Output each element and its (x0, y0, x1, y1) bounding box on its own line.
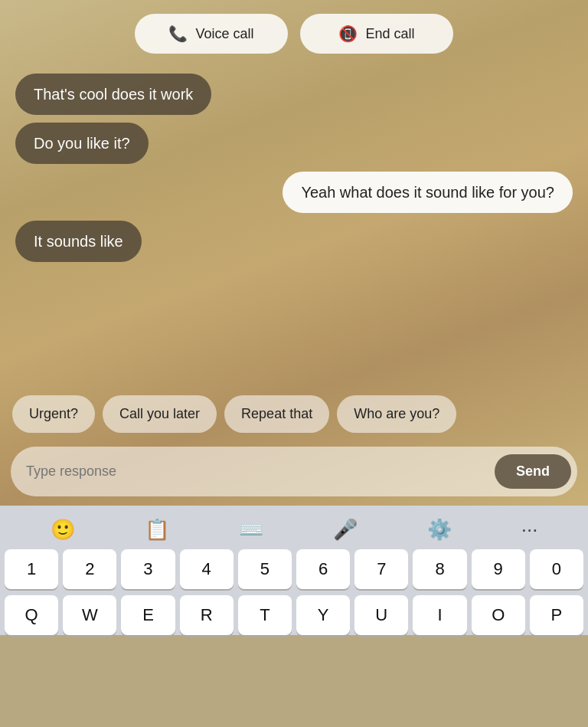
message-text-2: Do you like it? (34, 135, 130, 152)
quick-reply-call-later-label: Call you later (119, 406, 200, 421)
send-button[interactable]: Send (495, 454, 571, 489)
emoji-icon[interactable]: 🙂 (51, 518, 75, 542)
key-i[interactable]: I (413, 595, 466, 635)
mic-icon[interactable]: 🎤 (333, 518, 358, 542)
keyboard-qwerty-row: Q W E R T Y U I O P (0, 595, 588, 635)
key-e[interactable]: E (121, 595, 175, 635)
quick-reply-repeat[interactable]: Repeat that (224, 395, 329, 433)
key-q[interactable]: Q (5, 595, 58, 635)
key-7[interactable]: 7 (354, 549, 408, 589)
end-call-button[interactable]: 📵 End call (300, 14, 453, 54)
key-6[interactable]: 6 (296, 549, 350, 589)
voice-call-button[interactable]: 📞 Voice call (135, 14, 288, 54)
key-p[interactable]: P (530, 595, 583, 635)
message-bubble-3: Yeah what does it sound like for you? (283, 172, 573, 213)
response-input[interactable] (26, 463, 488, 480)
key-2[interactable]: 2 (63, 549, 116, 589)
key-o[interactable]: O (472, 595, 525, 635)
message-text-1: That's cool does it work (34, 86, 193, 103)
keyboard-numbers-row: 1 2 3 4 5 6 7 8 9 0 (0, 549, 588, 589)
input-bar: Send (11, 447, 577, 496)
key-5[interactable]: 5 (238, 549, 292, 589)
quick-reply-urgent-label: Urgent? (29, 406, 78, 421)
key-0[interactable]: 0 (530, 549, 583, 589)
key-9[interactable]: 9 (472, 549, 525, 589)
top-bar: 📞 Voice call 📵 End call (0, 0, 588, 66)
more-icon[interactable]: ··· (521, 518, 538, 542)
settings-icon[interactable]: ⚙️ (427, 518, 452, 542)
phone-icon: 📞 (168, 25, 188, 43)
key-4[interactable]: 4 (180, 549, 234, 589)
key-u[interactable]: U (354, 595, 408, 635)
quick-replies: Urgent? Call you later Repeat that Who a… (0, 389, 588, 440)
key-1[interactable]: 1 (5, 549, 58, 589)
key-t[interactable]: T (238, 595, 292, 635)
quick-reply-repeat-label: Repeat that (241, 406, 312, 421)
keyboard-icon[interactable]: ⌨️ (239, 518, 263, 542)
key-8[interactable]: 8 (413, 549, 466, 589)
messages-list: That's cool does it work Do you like it?… (0, 66, 588, 389)
key-w[interactable]: W (63, 595, 116, 635)
end-call-label: End call (365, 26, 414, 42)
message-bubble-4: It sounds like (15, 221, 142, 262)
message-text-4: It sounds like (34, 233, 123, 250)
key-y[interactable]: Y (296, 595, 350, 635)
keyboard-toolbar: 🙂 📋 ⌨️ 🎤 ⚙️ ··· (0, 513, 588, 549)
keyboard: 🙂 📋 ⌨️ 🎤 ⚙️ ··· 1 2 3 4 5 6 7 8 9 0 Q W … (0, 506, 588, 635)
voice-call-label: Voice call (195, 26, 253, 42)
send-label: Send (516, 463, 550, 479)
quick-reply-urgent[interactable]: Urgent? (12, 395, 95, 433)
message-bubble-1: That's cool does it work (15, 74, 211, 115)
end-call-icon: 📵 (338, 25, 358, 43)
message-bubble-2: Do you like it? (15, 123, 149, 164)
key-3[interactable]: 3 (121, 549, 175, 589)
quick-reply-who-label: Who are you? (354, 406, 439, 421)
quick-reply-call-later[interactable]: Call you later (103, 395, 217, 433)
quick-reply-who[interactable]: Who are you? (337, 395, 456, 433)
clipboard-icon[interactable]: 📋 (145, 518, 169, 542)
message-text-3: Yeah what does it sound like for you? (301, 184, 554, 201)
chat-area: 📞 Voice call 📵 End call That's cool does… (0, 0, 588, 506)
key-r[interactable]: R (180, 595, 234, 635)
